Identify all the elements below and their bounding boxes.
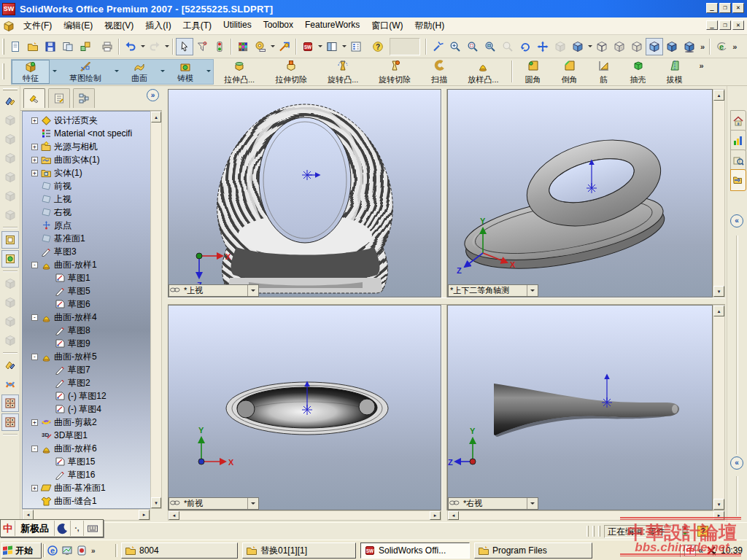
taskbar-button[interactable]: 替换01[1][1] [242, 542, 356, 559]
menu-10[interactable]: 帮助(H) [409, 18, 451, 35]
tree-item[interactable]: -曲面-放样4 [23, 311, 150, 324]
surface-mid-button[interactable] [1, 187, 19, 206]
trim-surface-button[interactable] [1, 375, 19, 394]
viewport-front-view[interactable]: YX*前视 [168, 305, 441, 510]
viewport-right-view-label[interactable]: *右视 [448, 497, 538, 510]
feature-sweep-button[interactable]: 扫描 [421, 58, 457, 85]
tree-item[interactable]: 草图6 [23, 298, 150, 311]
tree-item[interactable]: 草图9 [23, 337, 150, 350]
keyboard-icon[interactable] [84, 521, 101, 536]
tree-item[interactable]: 基准面1 [23, 232, 150, 245]
viewport-scrollbar[interactable]: ◂▸ [447, 510, 725, 521]
minimize-button[interactable]: _ [706, 20, 718, 30]
tree-item[interactable]: +曲面-基准面1 [23, 481, 150, 494]
taskbar-button[interactable]: 8004 [121, 542, 238, 559]
surface-ruled-button[interactable] [1, 206, 19, 225]
tree-item[interactable]: +曲面-剪裁2 [23, 416, 150, 429]
new-document-button[interactable] [7, 38, 24, 55]
ime-indicator-icon[interactable]: 中 [684, 545, 696, 556]
task-pane-collapse[interactable]: « [730, 214, 743, 228]
menu-2[interactable]: 编辑(E) [58, 18, 98, 35]
taskbar-button[interactable]: SWSolidWorks Offi... [360, 542, 470, 559]
view-orientation-arrow-button[interactable] [429, 38, 446, 55]
tab-草图绘制[interactable]: 草图绘制 [59, 60, 112, 84]
tree-item[interactable]: +实体(1) [23, 166, 150, 179]
extend-surface-button[interactable] [1, 274, 19, 293]
taskbar-button[interactable]: Program Files [474, 542, 592, 559]
antivirus-tray-icon[interactable] [705, 545, 717, 556]
menu-1[interactable]: 文件(F) [18, 18, 58, 35]
delete-face-button[interactable] [1, 331, 19, 350]
viewport-top-view-label[interactable]: *上视 [169, 284, 259, 297]
redo-button[interactable] [146, 38, 163, 55]
show-desktop-icon[interactable] [60, 543, 74, 558]
viewport-scrollbar[interactable]: ▴▾ [713, 89, 725, 298]
tab-铸模[interactable]: 铸模 [167, 60, 204, 84]
ime-toolbar[interactable]: 中新极品·, [0, 519, 104, 537]
tree-item[interactable]: (-) 草图12 [23, 389, 150, 402]
media-player-icon[interactable] [74, 543, 89, 558]
hidden-lines-visible-button[interactable] [611, 38, 628, 55]
tree-item[interactable]: 曲面-缝合1 [23, 494, 150, 508]
feature-extrude-button[interactable]: 拉伸凸... [214, 58, 265, 85]
tree-item[interactable]: 草图5 [23, 284, 150, 298]
rotate-view-button[interactable] [516, 38, 534, 55]
tree-item[interactable]: -曲面-放样6 [23, 442, 150, 455]
redo-dropdown[interactable] [163, 38, 170, 55]
viewport-top-view[interactable]: XZ*上视 [168, 89, 441, 298]
tree-item[interactable]: 草图7 [23, 363, 150, 376]
toggle-selection-button[interactable] [211, 38, 228, 55]
design-library-tab[interactable] [730, 149, 746, 171]
view-layout-dropdown[interactable] [341, 38, 347, 55]
viewport-front-view-label[interactable]: *前视 [169, 497, 259, 510]
replace-face-button[interactable] [1, 312, 19, 331]
knit-surface-button[interactable] [1, 356, 19, 375]
tray-chevron[interactable]: « [698, 545, 703, 556]
start-button[interactable]: 开始 [1, 542, 42, 559]
standard-views-button[interactable] [551, 38, 569, 55]
open-document-button[interactable] [24, 38, 42, 55]
tree-item[interactable]: 草图8 [23, 324, 150, 337]
restore-button[interactable]: ❐ [719, 3, 731, 13]
zoom-to-fit-button[interactable] [481, 38, 499, 55]
untrim-surface-button[interactable] [1, 293, 19, 312]
internet-explorer-icon[interactable]: e [45, 543, 60, 558]
feature-loft-button[interactable]: 放样凸... [457, 58, 508, 85]
feature-chamfer-button[interactable]: 倒角 [551, 58, 588, 85]
status-help-icon[interactable]: ? [697, 526, 708, 537]
planar-surface-button[interactable] [1, 231, 19, 249]
tree-item[interactable]: 草图16 [23, 468, 150, 481]
propertymanager-tab[interactable] [48, 88, 70, 108]
tree-item[interactable]: 草图1 [23, 271, 150, 284]
tree-item[interactable]: Material <not specifi [23, 127, 150, 140]
tab-特征[interactable]: 特征 [12, 60, 50, 84]
tree-item[interactable]: 前视 [23, 179, 150, 192]
configurationmanager-tab[interactable] [73, 88, 95, 108]
view-dropdown[interactable] [247, 498, 258, 509]
tree-item[interactable]: 3D3D草图1 [23, 429, 150, 442]
tree-item[interactable]: 草图15 [23, 455, 150, 468]
feature-shell-button[interactable]: 抽壳 [620, 58, 657, 85]
viewport-isometric-view-label[interactable]: *上下二等角轴测 [448, 284, 538, 297]
tree-item[interactable]: 草图2 [23, 376, 150, 389]
pan-button[interactable] [534, 38, 551, 55]
feature-draft-button[interactable]: 拔模 [657, 58, 693, 85]
moon-icon[interactable] [55, 521, 71, 536]
undo-button[interactable] [122, 38, 139, 55]
print-button[interactable] [98, 38, 116, 55]
tree-item[interactable]: -曲面-放样1 [23, 258, 150, 271]
surface-plane-button[interactable] [1, 130, 19, 149]
zoom-to-area-button[interactable] [464, 38, 481, 55]
feature-cut-button[interactable]: 拉伸切除 [265, 58, 317, 85]
tab-曲面[interactable]: 曲面 [121, 60, 158, 84]
featuremanager-tab[interactable] [23, 88, 45, 108]
edrawings-button[interactable]: e [713, 38, 730, 55]
view-dropdown[interactable] [527, 285, 538, 296]
menu-5[interactable]: 工具(T) [177, 18, 217, 35]
select-button[interactable] [176, 38, 193, 55]
fill-surface-button[interactable] [1, 250, 19, 268]
selection-filter-button[interactable] [193, 38, 211, 55]
shaded-view-mode-dropdown[interactable] [587, 38, 593, 55]
save-button[interactable] [42, 38, 59, 55]
options-button[interactable] [347, 38, 365, 55]
